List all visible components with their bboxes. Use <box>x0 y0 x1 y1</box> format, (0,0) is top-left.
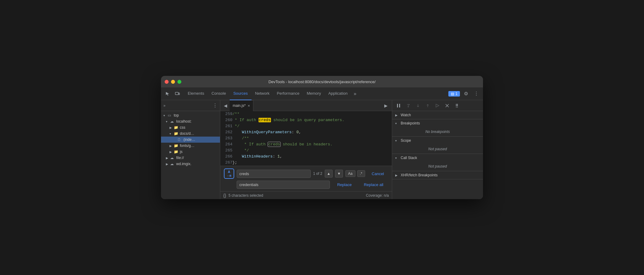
line-content: }; <box>232 160 392 166</box>
xhr-breakpoints-section-header[interactable]: ▶ XHR/fetch Breakpoints <box>392 171 483 179</box>
editor-nav-back-icon[interactable]: ◀ <box>223 102 228 109</box>
step-into-button[interactable] <box>414 102 422 110</box>
line-content: /** <box>232 111 392 117</box>
tree-item-docs[interactable]: ▾ 📁 docs/d… <box>161 131 220 137</box>
folder-icon: 📁 <box>174 144 179 148</box>
close-button[interactable] <box>165 80 169 84</box>
tree-item-label: docs/d… <box>180 131 194 136</box>
call-stack-section-header[interactable]: ▾ Call Stack <box>392 154 483 162</box>
code-line-260: 260 * If auth creds should be in query p… <box>220 117 392 123</box>
breakpoints-section-header[interactable]: ▾ Breakpoints <box>392 119 483 127</box>
tree-item-wd[interactable]: ▶ ☁ wd.imgix. <box>161 161 220 167</box>
find-match-count: 1 of 2 <box>313 171 322 176</box>
replace-input[interactable] <box>237 181 330 189</box>
tab-elements[interactable]: Elements <box>184 87 208 100</box>
call-stack-section: ▾ Call Stack Not paused <box>392 154 483 171</box>
find-prev-button[interactable]: ▲ <box>325 170 333 178</box>
code-line-264: 264 * If auth creds should be in headers… <box>220 141 392 148</box>
chevron-icon: ▶ <box>170 126 174 129</box>
editor-file-tab[interactable]: main.js* ✕ <box>230 100 253 111</box>
code-editor[interactable]: 259 /** 260 * If auth creds should be in… <box>220 111 392 166</box>
match-case-button[interactable]: Aa <box>345 170 355 177</box>
pause-on-exceptions-button[interactable] <box>453 102 461 110</box>
tree-item-css[interactable]: ▶ 📁 css <box>161 124 220 131</box>
line-number: 264 <box>220 141 232 148</box>
cloud-icon: ☁ <box>170 119 175 124</box>
debugger-toolbar <box>392 100 483 111</box>
tab-performance[interactable]: Performance <box>273 87 303 100</box>
replace-button[interactable]: Replace <box>332 181 357 188</box>
highlight-creds: creds <box>259 118 271 122</box>
cloud-icon: ☁ <box>170 156 175 160</box>
find-input[interactable] <box>237 170 311 178</box>
call-stack-not-paused-text: Not paused <box>392 162 483 171</box>
line-number: 266 <box>220 154 232 160</box>
window-controls <box>165 80 181 84</box>
sidebar-collapse-icon[interactable]: » <box>163 104 166 108</box>
chevron-icon: ▾ <box>163 114 168 117</box>
tab-overflow-button[interactable]: » <box>352 90 358 98</box>
svg-rect-11 <box>456 107 457 107</box>
scope-not-paused-text: Not paused <box>392 144 483 154</box>
tab-memory[interactable]: Memory <box>303 87 325 100</box>
badge-icon: ▤ <box>451 92 454 96</box>
chevron-icon: ▾ <box>166 120 170 123</box>
deactivate-breakpoints-button[interactable] <box>443 102 451 110</box>
more-button[interactable]: ⋮ <box>472 90 481 98</box>
chevron-icon: ▾ <box>170 132 174 135</box>
feedback-badge-button[interactable]: ▤ 1 <box>448 91 460 97</box>
inspect-icon[interactable] <box>163 90 172 98</box>
xhr-breakpoints-section-label: XHR/fetch Breakpoints <box>401 173 437 177</box>
step-over-button[interactable] <box>404 102 412 110</box>
code-line-263: 263 /** <box>220 135 392 141</box>
line-content: */ <box>232 148 392 154</box>
find-cancel-button[interactable]: Cancel <box>368 170 388 177</box>
tree-item-label: file:// <box>176 156 184 160</box>
watch-section-label: Watch <box>401 113 411 117</box>
watch-chevron-icon: ▶ <box>395 114 399 117</box>
step-button[interactable] <box>433 102 441 110</box>
status-text: 5 characters selected <box>228 193 263 198</box>
tree-item-index[interactable]: 🗋 (inde… <box>161 137 220 143</box>
editor-run-button[interactable]: ▶ <box>382 102 389 109</box>
find-row: A↔B 1 of 2 ▲ ▼ Aa .* Cancel <box>224 168 388 179</box>
scope-section-header[interactable]: ▾ Scope <box>392 137 483 144</box>
chevron-icon: ▶ <box>170 150 174 154</box>
tree-item-fonts[interactable]: ▶ 📁 fonts/g… <box>161 143 220 149</box>
tab-sources[interactable]: Sources <box>230 87 252 100</box>
find-next-button[interactable]: ▼ <box>335 170 343 178</box>
tree-item-top[interactable]: ▾ ▭ top <box>161 112 220 118</box>
replace-row: Replace Replace all <box>237 181 388 189</box>
maximize-button[interactable] <box>177 80 181 84</box>
tab-network[interactable]: Network <box>252 87 273 100</box>
tab-console[interactable]: Console <box>208 87 230 100</box>
sidebar-menu-icon[interactable]: ⋮ <box>213 103 218 108</box>
code-table: 259 /** 260 * If auth creds should be in… <box>220 111 392 166</box>
minimize-button[interactable] <box>171 80 175 84</box>
tree-item-js[interactable]: ▶ 📁 js <box>161 149 220 155</box>
step-out-button[interactable] <box>424 102 432 110</box>
editor-tab-close-icon[interactable]: ✕ <box>248 104 250 107</box>
tree-item-file[interactable]: ▶ ☁ file:// <box>161 155 220 161</box>
find-replace-toggle-button[interactable]: A↔B <box>224 168 234 179</box>
watch-section-header[interactable]: ▶ Watch <box>392 111 483 119</box>
editor-area: ◀ main.js* ✕ ▶ 259 /** 260 <box>220 100 392 199</box>
replace-all-button[interactable]: Replace all <box>359 181 388 188</box>
code-line-262: 262 WithinQueryParameters: 0, <box>220 129 392 135</box>
badge-count: 1 <box>455 92 457 96</box>
format-icon[interactable]: {} <box>223 193 226 198</box>
pause-resume-button[interactable] <box>395 102 402 110</box>
line-content: /** <box>232 135 392 141</box>
regex-button[interactable]: .* <box>357 170 365 177</box>
sidebar-header: » ⋮ <box>161 100 220 111</box>
line-number: 267 <box>220 160 232 166</box>
code-line-266: 266 WithinHeaders: 1, <box>220 154 392 160</box>
svg-rect-2 <box>397 104 398 107</box>
window-title: DevTools - localhost:8080/docs/devtools/… <box>269 80 376 84</box>
chevron-icon: ▶ <box>166 156 170 160</box>
device-toolbar-icon[interactable] <box>173 90 182 98</box>
settings-button[interactable]: ⚙ <box>462 90 470 98</box>
line-number: 259 <box>220 111 232 117</box>
tab-application[interactable]: Application <box>325 87 351 100</box>
tree-item-localhost[interactable]: ▾ ☁ localhost: <box>161 118 220 124</box>
